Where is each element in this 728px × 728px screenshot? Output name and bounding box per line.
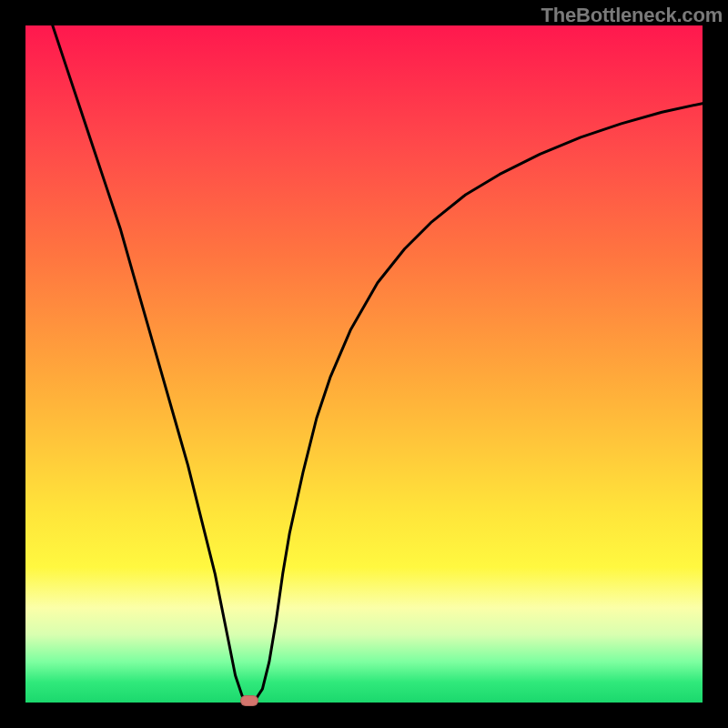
curve-layer: [25, 25, 703, 703]
minimum-marker: [240, 695, 258, 706]
chart-frame: TheBottleneck.com: [0, 0, 728, 728]
watermark-text: TheBottleneck.com: [541, 4, 723, 27]
bottleneck-curve: [53, 25, 703, 703]
plot-area: [25, 25, 703, 703]
